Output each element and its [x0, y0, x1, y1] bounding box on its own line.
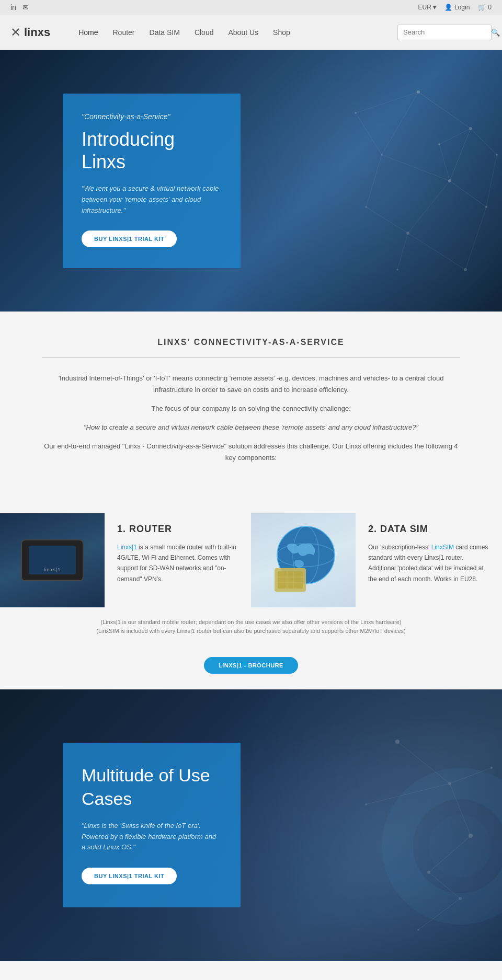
svg-line-23	[366, 207, 408, 233]
svg-line-17	[408, 181, 450, 233]
components-section: linxs|1 1. ROUTER Linxs|1 is a small mob…	[0, 513, 502, 607]
sim-image	[251, 513, 356, 607]
cart-count: 0	[488, 4, 492, 11]
login-label: Login	[454, 4, 470, 11]
svg-line-25	[439, 129, 471, 144]
hero2-cta-button[interactable]: BUY LINXS|1 TRIAL KIT	[82, 868, 177, 884]
nav-data-sim[interactable]: Data SIM	[142, 24, 187, 41]
cart-icon: 🛒	[478, 4, 486, 11]
svg-line-15	[382, 155, 450, 181]
sim-globe-svg	[264, 521, 343, 599]
router-device-label: linxs|1	[44, 567, 61, 572]
router-desc: Linxs|1 is a small mobile router with bu…	[117, 542, 238, 585]
hero-tagline: "Connectivity-as-a-Service"	[82, 112, 222, 121]
svg-line-26	[439, 144, 450, 181]
navbar: ✕ linxs Home Router Data SIM Cloud About…	[0, 15, 502, 50]
router-info: 1. ROUTER Linxs|1 is a small mobile rout…	[105, 513, 251, 595]
search-input[interactable]	[403, 28, 491, 36]
svg-line-14	[450, 129, 471, 181]
hero2-section: Multitude of Use Cases "Linxs is the 'Sw…	[0, 689, 502, 961]
hero-description: "We rent you a secure & virtual network …	[82, 183, 222, 216]
datasim-number: 2. DATA SIM	[368, 524, 489, 535]
top-bar-actions: EUR ▾ 👤 Login 🛒 0	[418, 4, 492, 11]
svg-line-19	[356, 113, 382, 155]
hero-cta-button[interactable]: BUY LINXS|1 TRIAL KIT	[82, 230, 177, 247]
svg-line-16	[450, 181, 486, 207]
intro-text-4: Our end-to-end managed "Linxs - Connecti…	[42, 441, 460, 464]
svg-line-27	[471, 129, 497, 155]
linxs1-link[interactable]: Linxs|1	[117, 544, 137, 551]
hero2-content: Multitude of Use Cases "Linxs is the 'Sw…	[63, 743, 241, 907]
hero-content: "Connectivity-as-a-Service" Introducing …	[63, 94, 241, 269]
user-icon: 👤	[444, 4, 452, 11]
currency-selector[interactable]: EUR ▾	[418, 4, 436, 11]
section-divider	[42, 358, 460, 358]
hero2-network-decoration	[199, 689, 502, 961]
footnotes-section: (Linxs|1 is our standard mobile router; …	[0, 607, 502, 647]
sim-placeholder	[251, 513, 356, 607]
nav-home[interactable]: Home	[71, 24, 105, 41]
footnote-1: (Linxs|1 is our standard mobile router; …	[42, 618, 460, 627]
top-bar-social: in ✉	[10, 3, 29, 11]
svg-point-48	[429, 815, 492, 878]
svg-line-20	[465, 207, 486, 270]
search-box: 🔍	[397, 25, 492, 40]
hero-section: "Connectivity-as-a-Service" Introducing …	[0, 50, 502, 312]
router-number: 1. ROUTER	[117, 524, 238, 535]
hero2-description: "Linxs is the 'Swiss knife of the IoT er…	[82, 821, 222, 853]
logo[interactable]: ✕ linxs	[10, 25, 50, 40]
footnote-2: (LinxSIM is included with every Linxs|1 …	[42, 627, 460, 636]
currency-label: EUR	[418, 4, 431, 11]
svg-line-21	[408, 233, 465, 270]
logo-x-icon: ✕	[10, 25, 21, 40]
datasim-info: 2. DATA SIM Our 'subscription-less' Linx…	[356, 513, 502, 595]
connectivity-section: LINXS' CONNECTIVITY-AS-A-SERVICE 'Indust…	[0, 312, 502, 498]
currency-chevron: ▾	[433, 4, 436, 11]
logo-text: linxs	[24, 26, 50, 39]
linxsim-link[interactable]: LinxSIM	[431, 544, 454, 551]
nav-about[interactable]: About Us	[221, 24, 266, 41]
login-button[interactable]: 👤 Login	[444, 4, 470, 11]
nav-cloud[interactable]: Cloud	[187, 24, 221, 41]
brochure-button[interactable]: LINXS|1 - BROCHURE	[204, 657, 298, 674]
network-decoration	[199, 50, 502, 312]
svg-line-12	[418, 92, 471, 129]
components-grid: linxs|1 1. ROUTER Linxs|1 is a small mob…	[0, 513, 502, 607]
datasim-desc-prefix: Our 'subscription-less'	[368, 544, 431, 551]
hero2-title: Multitude of Use Cases	[82, 764, 222, 810]
svg-line-13	[382, 92, 418, 155]
router-screen: linxs|1	[29, 546, 76, 574]
search-icon[interactable]: 🔍	[491, 28, 500, 37]
intro-text-2: The focus of our company is on solving t…	[42, 403, 460, 414]
hero-title: Introducing Linxs	[82, 128, 222, 173]
nav-router[interactable]: Router	[106, 24, 142, 41]
nav-links: Home Router Data SIM Cloud About Us Shop	[71, 24, 397, 41]
cart-button[interactable]: 🛒 0	[478, 4, 492, 11]
intro-text-3: "How to create a secure and virtual netw…	[42, 422, 460, 433]
router-image: linxs|1	[0, 513, 105, 607]
nav-shop[interactable]: Shop	[266, 24, 298, 41]
connectivity-title: LINXS' CONNECTIVITY-AS-A-SERVICE	[42, 338, 460, 347]
svg-line-24	[366, 155, 382, 207]
svg-line-22	[397, 233, 408, 270]
router-placeholder: linxs|1	[0, 513, 105, 607]
intro-text-1: 'Industrial Internet-of-Things' or 'I-Io…	[42, 373, 460, 396]
brochure-section: LINXS|1 - BROCHURE	[0, 647, 502, 689]
router-device: linxs|1	[21, 539, 84, 581]
email-icon[interactable]: ✉	[22, 3, 29, 11]
linkedin-icon[interactable]: in	[10, 3, 16, 11]
top-bar: in ✉ EUR ▾ 👤 Login 🛒 0	[0, 0, 502, 15]
svg-line-18	[356, 92, 418, 113]
datasim-desc: Our 'subscription-less' LinxSIM card com…	[368, 542, 489, 585]
svg-line-28	[486, 155, 497, 207]
svg-rect-34	[278, 571, 303, 589]
